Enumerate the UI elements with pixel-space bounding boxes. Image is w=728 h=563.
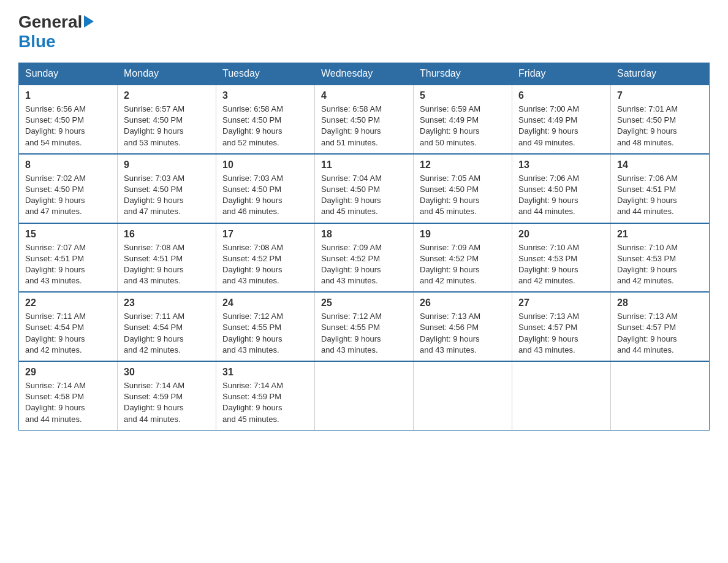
day-info: Sunrise: 7:11 AM Sunset: 4:54 PM Dayligh…	[124, 311, 210, 356]
calendar-cell: 19 Sunrise: 7:09 AM Sunset: 4:52 PM Dayl…	[414, 223, 512, 293]
header-monday: Monday	[118, 63, 216, 85]
day-number: 12	[420, 159, 506, 170]
day-number: 1	[25, 90, 111, 101]
header-saturday: Saturday	[611, 63, 710, 85]
calendar-cell: 5 Sunrise: 6:59 AM Sunset: 4:49 PM Dayli…	[414, 85, 512, 154]
day-number: 10	[222, 159, 308, 170]
logo: General Blue	[18, 12, 94, 52]
calendar-cell: 1 Sunrise: 6:56 AM Sunset: 4:50 PM Dayli…	[19, 85, 118, 154]
calendar-cell: 29 Sunrise: 7:14 AM Sunset: 4:58 PM Dayl…	[19, 361, 118, 430]
calendar-cell: 22 Sunrise: 7:11 AM Sunset: 4:54 PM Dayl…	[19, 292, 118, 361]
day-number: 24	[222, 297, 308, 308]
day-number: 11	[321, 159, 407, 170]
day-number: 18	[321, 229, 407, 240]
header-wednesday: Wednesday	[315, 63, 414, 85]
day-number: 19	[420, 229, 506, 240]
calendar-cell: 21 Sunrise: 7:10 AM Sunset: 4:53 PM Dayl…	[611, 223, 710, 293]
calendar-cell: 26 Sunrise: 7:13 AM Sunset: 4:56 PM Dayl…	[414, 292, 512, 361]
calendar-cell: 27 Sunrise: 7:13 AM Sunset: 4:57 PM Dayl…	[512, 292, 611, 361]
day-number: 5	[420, 90, 506, 101]
calendar-table: SundayMondayTuesdayWednesdayThursdayFrid…	[18, 63, 710, 431]
day-info: Sunrise: 7:14 AM Sunset: 4:59 PM Dayligh…	[222, 380, 308, 425]
day-number: 7	[617, 90, 703, 101]
day-info: Sunrise: 6:56 AM Sunset: 4:50 PM Dayligh…	[25, 104, 111, 148]
calendar-cell: 2 Sunrise: 6:57 AM Sunset: 4:50 PM Dayli…	[118, 85, 216, 154]
day-number: 25	[321, 297, 407, 308]
day-number: 26	[420, 297, 506, 308]
day-number: 13	[518, 159, 604, 170]
calendar-week-row: 8 Sunrise: 7:02 AM Sunset: 4:50 PM Dayli…	[19, 154, 710, 223]
calendar-cell: 9 Sunrise: 7:03 AM Sunset: 4:50 PM Dayli…	[118, 154, 216, 223]
calendar-cell: 28 Sunrise: 7:13 AM Sunset: 4:57 PM Dayl…	[611, 292, 710, 361]
day-info: Sunrise: 7:13 AM Sunset: 4:57 PM Dayligh…	[518, 311, 604, 356]
calendar-cell: 8 Sunrise: 7:02 AM Sunset: 4:50 PM Dayli…	[19, 154, 118, 223]
day-info: Sunrise: 7:08 AM Sunset: 4:51 PM Dayligh…	[124, 242, 210, 287]
calendar-week-row: 15 Sunrise: 7:07 AM Sunset: 4:51 PM Dayl…	[19, 223, 710, 293]
day-number: 17	[222, 229, 308, 240]
day-info: Sunrise: 7:07 AM Sunset: 4:51 PM Dayligh…	[25, 242, 111, 287]
day-number: 21	[617, 229, 703, 240]
day-info: Sunrise: 6:59 AM Sunset: 4:49 PM Dayligh…	[420, 104, 506, 148]
logo-general: General	[18, 12, 82, 32]
day-number: 23	[124, 297, 210, 308]
day-number: 14	[617, 159, 703, 170]
day-info: Sunrise: 6:57 AM Sunset: 4:50 PM Dayligh…	[124, 104, 210, 148]
day-info: Sunrise: 7:09 AM Sunset: 4:52 PM Dayligh…	[321, 242, 407, 287]
day-number: 9	[124, 159, 210, 170]
day-info: Sunrise: 7:03 AM Sunset: 4:50 PM Dayligh…	[222, 173, 308, 218]
calendar-header-row: SundayMondayTuesdayWednesdayThursdayFrid…	[19, 63, 710, 85]
day-info: Sunrise: 7:04 AM Sunset: 4:50 PM Dayligh…	[321, 173, 407, 218]
calendar-week-row: 1 Sunrise: 6:56 AM Sunset: 4:50 PM Dayli…	[19, 85, 710, 154]
day-number: 22	[25, 297, 111, 308]
day-number: 3	[222, 90, 308, 101]
day-info: Sunrise: 7:12 AM Sunset: 4:55 PM Dayligh…	[321, 311, 407, 356]
calendar-cell: 24 Sunrise: 7:12 AM Sunset: 4:55 PM Dayl…	[216, 292, 315, 361]
calendar-cell	[315, 361, 414, 430]
day-info: Sunrise: 7:10 AM Sunset: 4:53 PM Dayligh…	[518, 242, 604, 287]
calendar-cell	[512, 361, 611, 430]
calendar-week-row: 29 Sunrise: 7:14 AM Sunset: 4:58 PM Dayl…	[19, 361, 710, 430]
day-number: 28	[617, 297, 703, 308]
calendar-cell: 25 Sunrise: 7:12 AM Sunset: 4:55 PM Dayl…	[315, 292, 414, 361]
calendar-cell: 15 Sunrise: 7:07 AM Sunset: 4:51 PM Dayl…	[19, 223, 118, 293]
calendar-cell: 4 Sunrise: 6:58 AM Sunset: 4:50 PM Dayli…	[315, 85, 414, 154]
day-info: Sunrise: 6:58 AM Sunset: 4:50 PM Dayligh…	[222, 104, 308, 148]
header-tuesday: Tuesday	[216, 63, 315, 85]
day-info: Sunrise: 7:12 AM Sunset: 4:55 PM Dayligh…	[222, 311, 308, 356]
calendar-cell	[611, 361, 710, 430]
day-number: 29	[25, 367, 111, 378]
day-number: 27	[518, 297, 604, 308]
header-thursday: Thursday	[414, 63, 512, 85]
header-sunday: Sunday	[19, 63, 118, 85]
day-number: 20	[518, 229, 604, 240]
day-info: Sunrise: 7:14 AM Sunset: 4:58 PM Dayligh…	[25, 380, 111, 425]
day-info: Sunrise: 7:06 AM Sunset: 4:51 PM Dayligh…	[617, 173, 703, 218]
day-number: 8	[25, 159, 111, 170]
header-friday: Friday	[512, 63, 611, 85]
day-info: Sunrise: 7:01 AM Sunset: 4:50 PM Dayligh…	[617, 104, 703, 148]
day-number: 31	[222, 367, 308, 378]
day-info: Sunrise: 7:13 AM Sunset: 4:56 PM Dayligh…	[420, 311, 506, 356]
calendar-cell: 10 Sunrise: 7:03 AM Sunset: 4:50 PM Dayl…	[216, 154, 315, 223]
calendar-cell: 14 Sunrise: 7:06 AM Sunset: 4:51 PM Dayl…	[611, 154, 710, 223]
calendar-cell: 6 Sunrise: 7:00 AM Sunset: 4:49 PM Dayli…	[512, 85, 611, 154]
day-number: 30	[124, 367, 210, 378]
day-info: Sunrise: 7:11 AM Sunset: 4:54 PM Dayligh…	[25, 311, 111, 356]
calendar-cell: 7 Sunrise: 7:01 AM Sunset: 4:50 PM Dayli…	[611, 85, 710, 154]
page-header: General Blue	[18, 12, 710, 52]
calendar-cell: 16 Sunrise: 7:08 AM Sunset: 4:51 PM Dayl…	[118, 223, 216, 293]
calendar-cell: 30 Sunrise: 7:14 AM Sunset: 4:59 PM Dayl…	[118, 361, 216, 430]
svg-marker-0	[84, 15, 94, 28]
logo-arrow-icon	[84, 15, 94, 30]
calendar-cell: 18 Sunrise: 7:09 AM Sunset: 4:52 PM Dayl…	[315, 223, 414, 293]
day-number: 4	[321, 90, 407, 101]
calendar-cell: 20 Sunrise: 7:10 AM Sunset: 4:53 PM Dayl…	[512, 223, 611, 293]
calendar-cell: 17 Sunrise: 7:08 AM Sunset: 4:52 PM Dayl…	[216, 223, 315, 293]
day-info: Sunrise: 7:09 AM Sunset: 4:52 PM Dayligh…	[420, 242, 506, 287]
calendar-cell: 11 Sunrise: 7:04 AM Sunset: 4:50 PM Dayl…	[315, 154, 414, 223]
calendar-week-row: 22 Sunrise: 7:11 AM Sunset: 4:54 PM Dayl…	[19, 292, 710, 361]
calendar-cell: 12 Sunrise: 7:05 AM Sunset: 4:50 PM Dayl…	[414, 154, 512, 223]
day-info: Sunrise: 7:00 AM Sunset: 4:49 PM Dayligh…	[518, 104, 604, 148]
day-number: 2	[124, 90, 210, 101]
day-info: Sunrise: 7:02 AM Sunset: 4:50 PM Dayligh…	[25, 173, 111, 218]
